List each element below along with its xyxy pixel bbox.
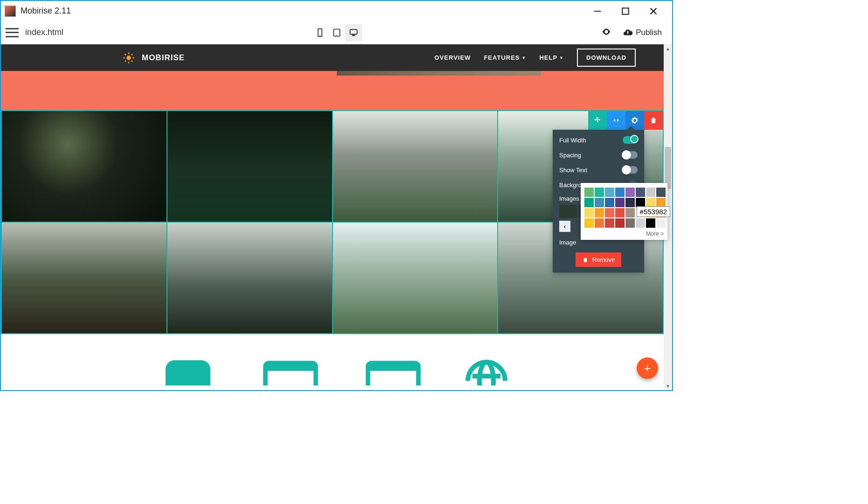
gallery-image[interactable] (333, 111, 498, 222)
color-swatch[interactable] (584, 188, 594, 197)
page-filename[interactable]: index.html (25, 28, 63, 37)
color-swatch[interactable] (595, 208, 604, 217)
svg-line-15 (132, 60, 132, 61)
color-swatch[interactable] (584, 218, 594, 228)
svg-rect-22 (368, 363, 418, 371)
svg-point-9 (126, 56, 131, 60)
scroll-down-arrow[interactable]: ▼ (664, 382, 672, 390)
block-delete-button[interactable] (644, 111, 663, 130)
maximize-button[interactable] (620, 6, 631, 17)
bootstrap-icon (155, 357, 221, 385)
color-swatch[interactable] (625, 188, 635, 197)
publish-label: Publish (636, 28, 662, 37)
color-swatch[interactable] (636, 218, 645, 228)
hero-block[interactable] (1, 71, 664, 110)
nav-download[interactable]: DOWNLOAD (577, 49, 636, 67)
color-swatch[interactable] (595, 198, 604, 207)
color-swatch[interactable] (656, 188, 666, 197)
gallery-image[interactable] (167, 111, 332, 222)
svg-rect-6 (350, 29, 357, 34)
svg-rect-1 (622, 8, 628, 14)
close-button[interactable] (648, 6, 659, 17)
globe-icon (463, 357, 510, 385)
browser-icon (361, 357, 426, 385)
color-swatch[interactable] (605, 218, 614, 228)
features-block[interactable] (1, 334, 664, 385)
gallery-image[interactable] (167, 223, 332, 333)
svg-rect-8 (351, 35, 355, 35)
svg-line-14 (125, 54, 126, 55)
images-thumb[interactable] (559, 205, 577, 218)
color-swatch[interactable] (636, 198, 645, 207)
sun-icon (122, 51, 135, 64)
publish-button[interactable]: Publish (623, 28, 662, 38)
scroll-up-arrow[interactable]: ▲ (664, 44, 672, 53)
menu-button[interactable] (6, 28, 19, 37)
nav-features[interactable]: FEATURES▼ (484, 54, 526, 61)
site-navbar-block[interactable]: MOBIRISE OVERVIEW FEATURES▼ HELP▼ DOWNLO… (1, 44, 664, 71)
svg-rect-7 (352, 35, 354, 35)
canvas: MOBIRISE OVERVIEW FEATURES▼ HELP▼ DOWNLO… (1, 44, 664, 390)
color-swatch[interactable] (636, 188, 645, 197)
add-block-fab[interactable]: + (637, 357, 658, 379)
setting-spacing-label: Spacing (559, 152, 581, 159)
color-picker-more[interactable]: More > (584, 231, 664, 237)
svg-rect-18 (166, 360, 210, 385)
color-swatch[interactable] (646, 188, 655, 197)
nav-overview[interactable]: OVERVIEW (435, 54, 471, 61)
color-swatch[interactable] (615, 188, 625, 197)
color-swatch[interactable] (595, 188, 604, 197)
preview-button[interactable] (601, 27, 611, 39)
color-swatch[interactable] (625, 208, 635, 217)
color-swatch[interactable] (605, 198, 614, 207)
setting-showtext-label: Show Text (559, 167, 587, 174)
block-move-button[interactable] (588, 111, 607, 130)
svg-rect-20 (265, 363, 316, 371)
color-swatch[interactable] (595, 218, 604, 228)
color-swatch[interactable] (646, 218, 655, 228)
color-hex-tooltip: #553982 (637, 206, 670, 217)
gallery-block[interactable]: Full Width Spacing Show Text Background … (1, 110, 664, 334)
color-swatch[interactable] (584, 198, 594, 207)
device-desktop-button[interactable] (345, 24, 362, 41)
color-swatch[interactable] (584, 208, 594, 217)
svg-line-16 (125, 60, 126, 61)
images-prev-button[interactable]: ‹ (559, 221, 570, 232)
setting-image-label: Image (559, 239, 576, 246)
color-swatch[interactable] (656, 198, 666, 207)
window-titlebar: Mobirise 2.11 (1, 1, 672, 21)
device-tablet-button[interactable] (328, 24, 345, 41)
remove-image-button[interactable]: Remove (576, 252, 621, 267)
setting-showtext-toggle[interactable] (623, 166, 638, 174)
brand-label[interactable]: MOBIRISE (142, 53, 185, 63)
svg-line-17 (132, 54, 132, 55)
svg-point-5 (336, 35, 337, 36)
color-swatch[interactable] (615, 218, 625, 228)
color-swatch[interactable] (605, 188, 614, 197)
setting-full-width-label: Full Width (559, 137, 586, 144)
color-swatch[interactable] (625, 198, 635, 207)
nav-help[interactable]: HELP▼ (539, 54, 564, 61)
color-swatch[interactable] (605, 208, 614, 217)
setting-images-label: Images (559, 195, 579, 202)
app-toolbar: index.html Publish (1, 21, 672, 44)
color-swatch[interactable] (646, 198, 655, 207)
svg-point-3 (319, 35, 320, 36)
svg-rect-0 (594, 11, 601, 12)
chevron-down-icon: ▼ (521, 56, 526, 60)
browser-icon (258, 357, 323, 385)
gallery-image[interactable] (333, 223, 498, 333)
setting-spacing-toggle[interactable] (623, 151, 638, 159)
block-code-button[interactable] (607, 111, 625, 130)
chevron-down-icon: ▼ (559, 56, 564, 60)
device-mobile-button[interactable] (312, 24, 328, 41)
color-swatch[interactable] (656, 218, 666, 228)
block-actions (588, 111, 663, 130)
gallery-image[interactable] (2, 111, 167, 222)
gallery-image[interactable] (2, 223, 167, 333)
setting-full-width-toggle[interactable] (623, 136, 638, 144)
color-swatch[interactable] (615, 208, 625, 217)
color-swatch[interactable] (625, 218, 635, 228)
color-swatch[interactable] (615, 198, 625, 207)
minimize-button[interactable] (592, 6, 603, 17)
